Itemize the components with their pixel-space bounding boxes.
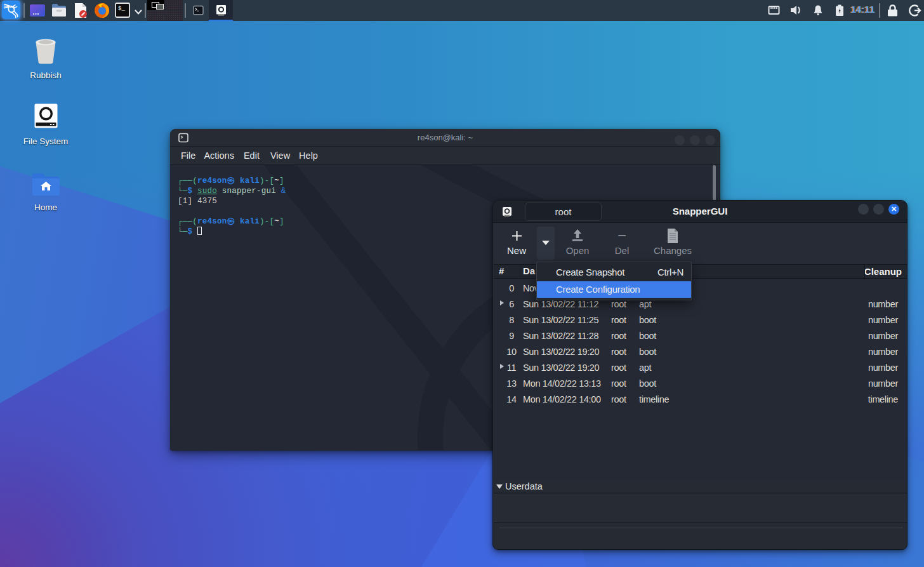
svg-text:$_: $_ bbox=[118, 6, 125, 12]
